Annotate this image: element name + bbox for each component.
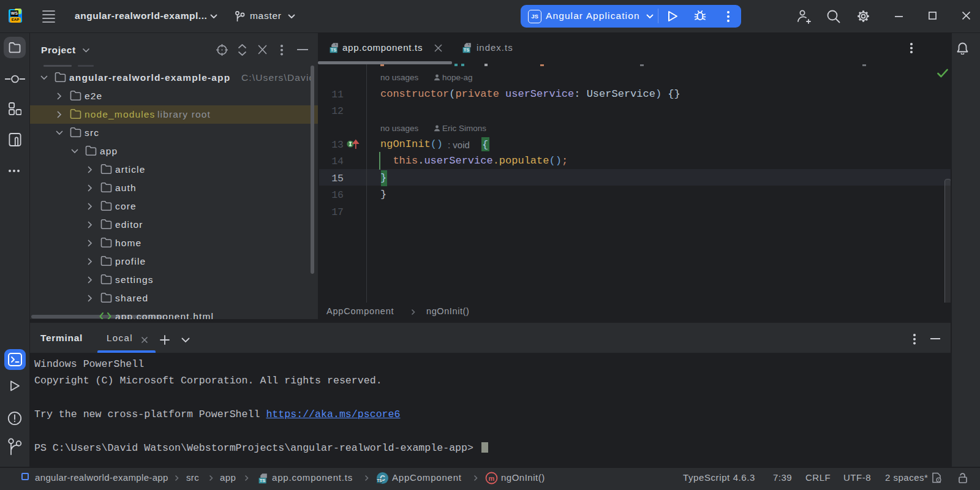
svg-text:TS: TS [377, 478, 382, 483]
svg-text:TS: TS [464, 47, 470, 53]
svg-text:m: m [489, 475, 495, 482]
svg-text:TS: TS [260, 478, 266, 483]
svg-text:TS: TS [331, 47, 337, 53]
